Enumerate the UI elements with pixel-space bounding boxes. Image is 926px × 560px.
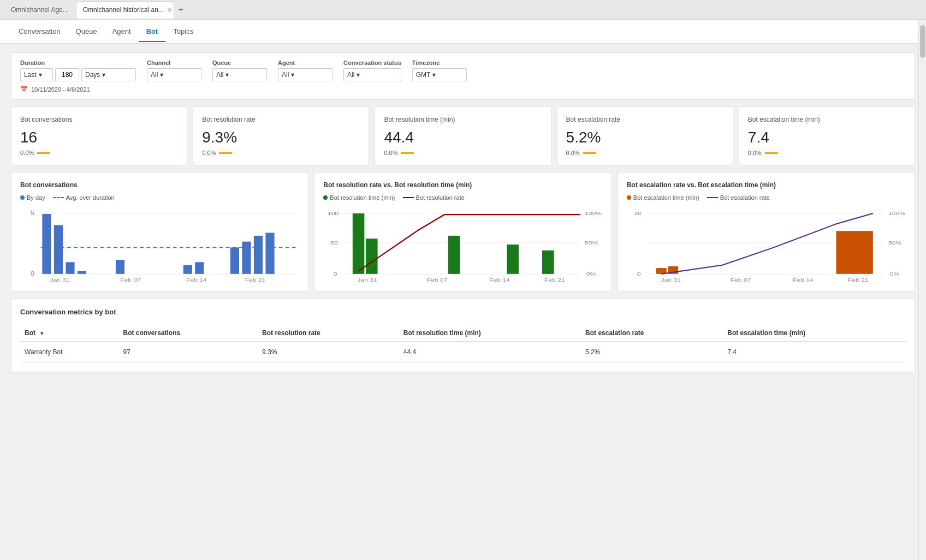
- scrollbar[interactable]: [918, 20, 926, 560]
- timezone-select[interactable]: GMT ▾: [412, 68, 467, 81]
- kpi-bot-conversations-footer: 0.0%: [20, 150, 178, 156]
- kpi-bot-conversations-value: 16: [20, 129, 178, 146]
- browser-tab-2[interactable]: Omnichannel historical an... ✕: [76, 1, 174, 19]
- cell-escalation-time: 7.4: [723, 342, 906, 363]
- tab-queue[interactable]: Queue: [68, 21, 105, 42]
- main-content: Duration Last ▾ Days ▾ Channel: [0, 44, 926, 560]
- legend-by-day-dot: [20, 195, 25, 200]
- tab-conversation[interactable]: Conversation: [11, 21, 68, 42]
- tab-bot-label: Bot: [146, 27, 158, 35]
- th-escalation-time: Bot escalation time (min): [723, 325, 906, 342]
- th-resolution-rate: Bot resolution rate: [258, 325, 399, 342]
- svg-text:0: 0: [637, 271, 640, 277]
- legend-escalation-time: Bot escalation time (min): [627, 194, 699, 201]
- svg-text:Feb 14: Feb 14: [489, 277, 510, 283]
- kpi-bot-escalation-time: Bot escalation time (min) 7.4 0.0%: [739, 106, 915, 165]
- cell-resolution-time: 44.4: [399, 342, 581, 363]
- chart-bot-conversations-legend: By day Avg. over duration: [20, 194, 299, 201]
- chart-row: Bot conversations By day Avg. over durat…: [11, 172, 915, 292]
- legend-resolution-rate: Bot resolution rate: [403, 194, 465, 201]
- svg-text:Feb 07: Feb 07: [120, 277, 141, 283]
- svg-text:5: 5: [31, 210, 35, 216]
- tab-bot[interactable]: Bot: [139, 21, 166, 42]
- kpi-bot-escalation-rate-footer: 0.0%: [566, 150, 724, 156]
- legend-escalation-rate: Bot escalation rate: [707, 194, 770, 201]
- svg-text:100%: 100%: [888, 210, 905, 216]
- th-resolution-time: Bot resolution time (min): [399, 325, 581, 342]
- sort-bot-icon[interactable]: ▼: [39, 331, 44, 336]
- chart-bot-conversations-area: 5 0: [20, 206, 299, 283]
- close-tab-icon[interactable]: ✕: [167, 7, 172, 14]
- kpi-bot-resolution-rate-delta: 0.0%: [202, 150, 216, 156]
- res-bar-1: [353, 213, 365, 274]
- chart-resolution-legend: Bot resolution time (min) Bot resolution…: [323, 194, 602, 201]
- duration-value-input[interactable]: [55, 68, 79, 81]
- escalation-svg: 20 0 100% 50% 0% J: [627, 206, 906, 283]
- bar-1: [42, 214, 51, 274]
- kpi-bot-escalation-rate-delta: 0.0%: [566, 150, 580, 156]
- bot-conversations-svg: 5 0: [20, 206, 299, 283]
- res-bar-5: [542, 251, 554, 274]
- queue-label: Queue: [212, 59, 267, 66]
- tab-agent[interactable]: Agent: [105, 21, 139, 42]
- cell-resolution-rate: 9.3%: [258, 342, 399, 363]
- chart-escalation-area: 20 0 100% 50% 0% J: [627, 206, 906, 283]
- agent-filter: Agent All ▾: [278, 59, 333, 81]
- channel-label: Channel: [147, 59, 201, 66]
- res-bar-3: [448, 236, 460, 274]
- browser-tab-1[interactable]: Omnichannel Age...: [4, 1, 75, 19]
- kpi-bot-conversations-title: Bot conversations: [20, 116, 178, 123]
- legend-escalation-time-label: Bot escalation time (min): [633, 194, 699, 201]
- timezone-filter: Timezone GMT ▾: [412, 59, 467, 81]
- svg-text:20: 20: [634, 210, 641, 216]
- filter-bar: Duration Last ▾ Days ▾ Channel: [11, 52, 915, 100]
- svg-text:Feb 14: Feb 14: [793, 277, 814, 283]
- queue-filter: Queue All ▾: [212, 59, 267, 81]
- svg-text:0%: 0%: [586, 271, 596, 277]
- kpi-bot-resolution-rate-value: 9.3%: [202, 129, 360, 146]
- legend-by-day-label: By day: [27, 194, 45, 201]
- chart-resolution-rate-time: Bot resolution rate vs. Bot resolution t…: [314, 172, 612, 292]
- svg-text:100: 100: [328, 210, 339, 216]
- legend-escalation-rate-label: Bot escalation rate: [720, 194, 770, 201]
- svg-text:Jan 31: Jan 31: [50, 277, 70, 283]
- timezone-label: Timezone: [412, 59, 467, 66]
- agent-select[interactable]: All ▾: [278, 68, 333, 81]
- duration-filter: Duration Last ▾ Days ▾: [20, 59, 136, 81]
- svg-text:0: 0: [31, 270, 35, 277]
- chart-bot-conversations: Bot conversations By day Avg. over durat…: [11, 172, 308, 292]
- add-tab-button[interactable]: +: [175, 5, 187, 15]
- metrics-table: Bot ▼ Bot conversations Bot resolution r…: [20, 325, 906, 363]
- bar-3: [66, 262, 74, 274]
- duration-unit-select[interactable]: Days ▾: [81, 68, 136, 81]
- bar-7: [195, 262, 204, 274]
- svg-text:50%: 50%: [585, 240, 598, 246]
- duration-label: Duration: [20, 59, 136, 66]
- tab-topics[interactable]: Topics: [165, 21, 201, 42]
- legend-escalation-rate-line: [707, 197, 718, 198]
- kpi-bar-icon: [765, 152, 778, 154]
- kpi-bot-resolution-time-footer: 0.0%: [384, 150, 542, 156]
- scrollbar-thumb[interactable]: [920, 25, 925, 58]
- bar-10: [254, 236, 263, 274]
- res-bar-4: [507, 245, 519, 274]
- legend-avg-label: Avg. over duration: [66, 194, 115, 201]
- bar-2: [54, 225, 63, 273]
- duration-preset-select[interactable]: Last ▾: [20, 68, 53, 81]
- kpi-bot-escalation-rate-title: Bot escalation rate: [566, 116, 724, 123]
- queue-select[interactable]: All ▾: [212, 68, 267, 81]
- bar-5: [116, 260, 124, 274]
- conversation-status-select[interactable]: All ▾: [343, 68, 401, 81]
- legend-escalation-time-dot: [627, 195, 631, 200]
- chevron-down-icon: ▾: [432, 71, 436, 79]
- kpi-bot-escalation-time-value: 7.4: [748, 129, 906, 146]
- svg-text:Feb 07: Feb 07: [427, 277, 448, 283]
- kpi-bot-resolution-time-title: Bot resolution time (min): [384, 116, 542, 123]
- chevron-down-icon: ▾: [357, 71, 360, 79]
- svg-text:100%: 100%: [585, 210, 602, 216]
- svg-text:Feb 14: Feb 14: [186, 277, 207, 283]
- chevron-down-icon: ▾: [225, 71, 229, 79]
- legend-avg: Avg. over duration: [53, 194, 115, 201]
- channel-select[interactable]: All ▾: [147, 68, 201, 81]
- table-row: Warranty Bot 97 9.3% 44.4 5.2% 7.4: [20, 342, 906, 363]
